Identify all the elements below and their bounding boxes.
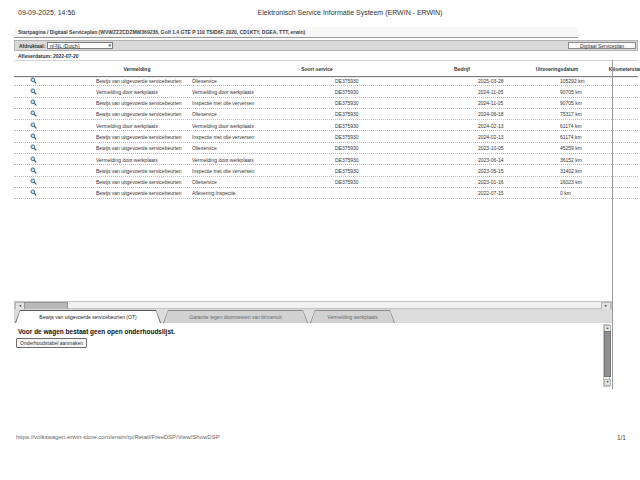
cell-uitvoeringsdatum: 2025-03-28 (478, 78, 504, 84)
cell-bedrijf: DE375930 (335, 123, 359, 129)
table-row[interactable]: Bewijs van uitgevoerde servicebeurtenIns… (14, 131, 638, 142)
table-row[interactable]: Vermelding door werkplaatsVermelding doo… (14, 120, 638, 131)
cell-soort_service: Vermelding door werkplaats (192, 123, 254, 129)
cell-kilometerstand: 90705 km (560, 89, 582, 95)
magnifier-icon[interactable] (30, 110, 37, 117)
print-language-label: Afdruktaal: (19, 43, 45, 49)
column-header-kilometerstand: Kilometerstand (609, 66, 640, 72)
cell-kilometerstand: 75317 km (560, 111, 582, 117)
cell-uitvoeringsdatum: 2024-02-13 (478, 134, 504, 140)
table-row[interactable]: Vermelding door werkplaatsVermelding doo… (14, 154, 638, 165)
cell-soort_service: Olieservice (192, 111, 217, 117)
service-table: Bewijs van uitgevoerde servicebeurtenOli… (14, 75, 638, 199)
cell-vermelding: Vermelding door werkplaats (96, 157, 158, 163)
vertical-scrollbar[interactable]: ▲ ▼ (603, 324, 610, 387)
cell-uitvoeringsdatum: 2022-07-15 (478, 190, 504, 196)
cell-bedrijf: DE375930 (335, 168, 359, 174)
cell-soort_service: Olieservice (192, 179, 217, 185)
magnifier-icon[interactable] (30, 77, 37, 84)
table-row[interactable]: Bewijs van uitgevoerde servicebeurtenOli… (14, 177, 638, 188)
breadcrumb[interactable]: Startpagina / Digitaal Serviceplan (WVWZ… (14, 27, 578, 38)
table-row[interactable]: Bewijs van uitgevoerde servicebeurtenAfl… (14, 188, 638, 199)
cell-bedrijf: DE375930 (335, 145, 359, 151)
cell-kilometerstand: 36152 km (560, 157, 582, 163)
tab-2[interactable]: Vermelding werkplaats (310, 310, 395, 323)
cell-vermelding: Bewijs van uitgevoerde servicebeurten (96, 100, 182, 106)
cell-vermelding: Vermelding door werkplaats (96, 123, 158, 129)
footer-url: https://volkswagen.erwin-store.com/erwin… (16, 434, 220, 440)
cell-bedrijf: DE375930 (335, 179, 359, 185)
cell-vermelding: Bewijs van uitgevoerde servicebeurten (96, 179, 182, 185)
magnifier-icon[interactable] (30, 156, 37, 163)
column-header-uitvoeringsdatum: Uitvoeringsdatum (536, 66, 579, 72)
print-language-value: nl-NL (Dutch) (50, 43, 80, 49)
cell-bedrijf: DE375930 (335, 111, 359, 117)
cell-kilometerstand: 61174 km (560, 134, 582, 140)
cell-kilometerstand: 0 km (560, 190, 571, 196)
cell-bedrijf: DE375930 (335, 100, 359, 106)
tab-bar: Bewijs van uitgevoerde servicebeurten (O… (14, 309, 612, 323)
vertical-scrollbar-thumb[interactable] (604, 331, 611, 377)
cell-bedrijf: DE375930 (335, 78, 359, 84)
column-header-vermelding: Vermelding (124, 66, 151, 72)
cell-vermelding: Vermelding door werkplaats (96, 89, 158, 95)
tab-label: Vermelding werkplaats (327, 314, 377, 320)
cell-soort_service: Aflevering Inspectie (192, 190, 236, 196)
cell-soort_service: Vermelding door werkplaats (192, 157, 254, 163)
cell-kilometerstand: 90705 km (560, 100, 582, 106)
delivery-date: Afleverdatum: 2022-07-20 (18, 53, 79, 59)
magnifier-icon[interactable] (30, 144, 37, 151)
cell-soort_service: Inspectie met olie verversen (192, 168, 254, 174)
cell-kilometerstand: 16023 km (560, 179, 582, 185)
delivery-date-value: 2022-07-20 (53, 53, 79, 59)
tab-label: Bewijs van uitgevoerde servicebeurten (O… (39, 314, 136, 320)
cell-uitvoeringsdatum: 2023-01-16 (478, 179, 504, 185)
magnifier-icon[interactable] (30, 133, 37, 140)
magnifier-icon[interactable] (30, 178, 37, 185)
cell-uitvoeringsdatum: 2023-10-05 (478, 145, 504, 151)
scroll-down-icon[interactable]: ▼ (604, 379, 611, 386)
cell-vermelding: Bewijs van uitgevoerde servicebeurten (96, 134, 182, 140)
cell-soort_service: Inspectie met olie verversen (192, 100, 254, 106)
pane-border (612, 60, 613, 389)
table-row[interactable]: Bewijs van uitgevoerde servicebeurtenOli… (14, 109, 638, 120)
cell-kilometerstand: 31402 km (560, 168, 582, 174)
cell-bedrijf: DE375930 (335, 89, 359, 95)
chevron-down-icon: ▾ (108, 42, 111, 49)
magnifier-icon[interactable] (30, 167, 37, 174)
cell-bedrijf: DE375930 (335, 157, 359, 163)
table-row[interactable]: Bewijs van uitgevoerde servicebeurtenOli… (14, 75, 638, 86)
magnifier-icon[interactable] (30, 122, 37, 129)
cell-soort_service: Olieservice (192, 78, 217, 84)
cell-uitvoeringsdatum: 2024-02-13 (478, 123, 504, 129)
table-row[interactable]: Vermelding door werkplaatsVermelding doo… (14, 86, 638, 97)
table-row[interactable]: Bewijs van uitgevoerde servicebeurtenOli… (14, 143, 638, 154)
cell-uitvoeringsdatum: 2023-06-14 (478, 157, 504, 163)
cell-uitvoeringsdatum: 2024-06-18 (478, 111, 504, 117)
page-title: Elektronisch Service Informatie Systeem … (55, 9, 640, 16)
cell-vermelding: Bewijs van uitgevoerde servicebeurten (96, 78, 182, 84)
tab-0[interactable]: Bewijs van uitgevoerde servicebeurten (O… (15, 310, 161, 323)
tab-label: Garantie tegen doorroesten van binnenuit (189, 314, 281, 320)
cell-vermelding: Bewijs van uitgevoerde servicebeurten (96, 145, 182, 151)
print-language-select[interactable]: nl-NL (Dutch) ▾ (47, 42, 113, 49)
cell-bedrijf: DE375930 (335, 134, 359, 140)
column-header-soort-service: Soort service (301, 66, 333, 72)
tab-1[interactable]: Garantie tegen doorroesten van binnenuit (163, 310, 308, 323)
create-maintenance-table-button[interactable]: Onderhoudstabel aanmaken (16, 338, 87, 348)
cell-vermelding: Bewijs van uitgevoerde servicebeurten (96, 111, 182, 117)
page-number: 1/1 (617, 434, 626, 441)
cell-kilometerstand: 105292 km (560, 78, 585, 84)
table-row[interactable]: Bewijs van uitgevoerde servicebeurtenIns… (14, 165, 638, 176)
magnifier-icon[interactable] (30, 189, 37, 196)
cell-soort_service: Olieservice (192, 145, 217, 151)
magnifier-icon[interactable] (30, 88, 37, 95)
digitaal-serviceplan-button[interactable]: Digitaal Serviceplan (568, 42, 636, 49)
delivery-date-label: Afleverdatum: (18, 53, 52, 59)
cell-uitvoeringsdatum: 2023-05-15 (478, 168, 504, 174)
table-row[interactable]: Bewijs van uitgevoerde servicebeurtenIns… (14, 98, 638, 109)
cell-uitvoeringsdatum: 2024-11-05 (478, 100, 503, 106)
cell-soort_service: Vermelding door werkplaats (192, 89, 254, 95)
magnifier-icon[interactable] (30, 99, 37, 106)
horizontal-scrollbar[interactable]: ◄ ► (14, 301, 612, 309)
